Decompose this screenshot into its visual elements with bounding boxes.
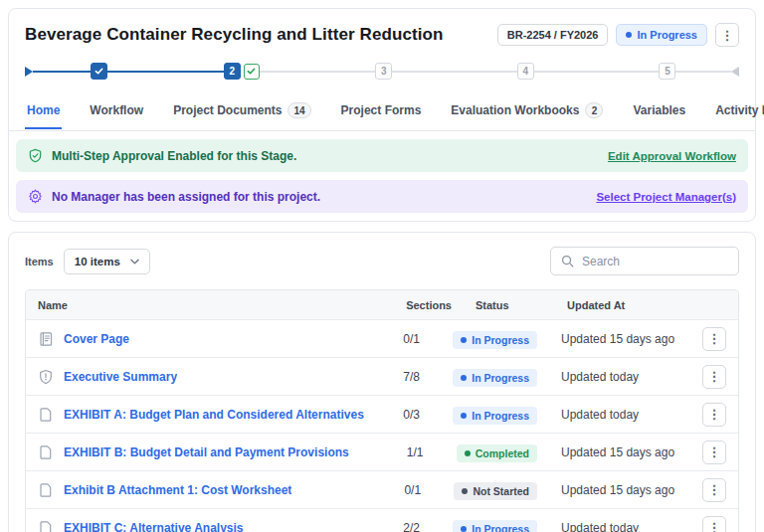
tab-variables[interactable]: Variables: [631, 94, 687, 129]
sections-value: 0/3: [391, 408, 441, 422]
project-status-badge: In Progress: [616, 24, 707, 46]
sections-value: 2/2: [391, 521, 441, 532]
document-name-link[interactable]: Cover Page: [64, 332, 129, 346]
document-icon: [38, 520, 54, 532]
tab-workflow[interactable]: Workflow: [88, 94, 145, 129]
gear-icon: [28, 189, 43, 204]
tab-project-documents[interactable]: Project Documents 14: [171, 93, 312, 130]
sections-value: 0/1: [391, 332, 441, 346]
document-name-link[interactable]: EXHIBIT A: Budget Plan and Considered Al…: [64, 408, 364, 422]
step-3[interactable]: 3: [375, 63, 392, 80]
table-row: Cover Page 0/1 In Progress Updated 15 da…: [26, 320, 738, 358]
column-header-name: Name: [26, 299, 394, 311]
table-row: EXHIBIT A: Budget Plan and Considered Al…: [26, 396, 738, 434]
status-badge: Not Started: [454, 482, 537, 500]
tab-bar: Home Workflow Project Documents 14 Proje…: [9, 93, 755, 131]
documents-table: Name Sections Status Updated At Cover Pa…: [25, 289, 739, 532]
document-icon: [38, 444, 54, 460]
document-icon: [38, 407, 54, 423]
documents-card: Items 10 items Name Sections Status: [8, 232, 756, 532]
status-badge: In Progress: [453, 331, 537, 349]
approval-banner: Multi-Step Approval Enabled for this Sta…: [16, 139, 748, 172]
header-row: Beverage Container Recycling and Litter …: [9, 9, 755, 53]
items-per-page-select[interactable]: 10 items: [64, 249, 150, 274]
step-1[interactable]: [91, 63, 107, 80]
column-header-updated: Updated At: [555, 299, 696, 311]
status-badge: In Progress: [453, 407, 537, 425]
project-header-card: Beverage Container Recycling and Litter …: [8, 8, 756, 222]
chevron-down-icon: [130, 259, 139, 265]
status-badge: In Progress: [453, 520, 537, 532]
table-row: Exhibit B Attachment 1: Cost Worksheet 0…: [26, 471, 738, 509]
tab-count-badge: 2: [585, 102, 603, 118]
sections-value: 7/8: [391, 370, 441, 384]
status-dot-icon: [461, 375, 467, 381]
stepper-start-icon: [25, 67, 33, 77]
row-kebab-menu-icon[interactable]: ⋮: [702, 403, 726, 427]
table-row: EXHIBIT B: Budget Detail and Payment Pro…: [26, 434, 738, 471]
sections-value: 0/1: [392, 483, 442, 497]
edit-approval-workflow-link[interactable]: Edit Approval Workflow: [608, 150, 736, 162]
status-dot-icon: [461, 526, 467, 532]
updated-at-value: Updated today: [549, 408, 690, 422]
sections-value: 1/1: [395, 445, 445, 459]
check-icon: [95, 67, 103, 76]
updated-at-value: Updated 15 days ago: [549, 483, 690, 497]
manager-banner: No Manager has been assigned for this pr…: [16, 180, 748, 213]
search-input[interactable]: [582, 255, 728, 268]
status-dot-icon: [465, 450, 471, 456]
document-name-link[interactable]: EXHIBIT B: Budget Detail and Payment Pro…: [64, 445, 349, 459]
items-label: Items: [25, 256, 54, 267]
updated-at-value: Updated 15 days ago: [549, 332, 690, 346]
list-controls: Items 10 items: [25, 247, 739, 275]
row-kebab-menu-icon[interactable]: ⋮: [702, 441, 726, 464]
document-icon: [38, 482, 54, 498]
status-badge: In Progress: [453, 369, 537, 387]
step-4[interactable]: 4: [517, 63, 534, 80]
status-dot-icon: [461, 413, 467, 419]
tab-count-badge: 14: [287, 102, 310, 118]
table-header-row: Name Sections Status Updated At: [26, 290, 738, 320]
row-kebab-menu-icon[interactable]: ⋮: [702, 516, 726, 532]
updated-at-value: Updated today: [549, 521, 690, 532]
row-kebab-menu-icon[interactable]: ⋮: [702, 478, 726, 502]
updated-at-value: Updated today: [549, 370, 690, 384]
updated-at-value: Updated 15 days ago: [549, 445, 690, 459]
status-dot-icon: [626, 32, 632, 38]
shield-doc-icon: [38, 369, 54, 385]
page-title: Beverage Container Recycling and Litter …: [25, 25, 444, 45]
status-dot-icon: [462, 488, 468, 494]
row-kebab-menu-icon[interactable]: ⋮: [702, 327, 726, 351]
tab-evaluation-workbooks[interactable]: Evaluation Workbooks 2: [449, 93, 605, 130]
status-label: In Progress: [637, 29, 697, 41]
table-row: Executive Summary 7/8 In Progress Update…: [26, 358, 738, 396]
project-code-badge: BR-2254 / FY2026: [497, 24, 609, 46]
search-box: [550, 247, 739, 275]
page: Beverage Container Recycling and Litter …: [0, 0, 764, 532]
tab-project-forms[interactable]: Project Forms: [339, 94, 424, 129]
header-kebab-menu-icon[interactable]: ⋮: [715, 23, 739, 47]
status-badge: Completed: [457, 444, 537, 462]
header-actions: BR-2254 / FY2026 In Progress ⋮: [497, 23, 739, 47]
column-header-status: Status: [464, 299, 555, 311]
column-header-sections: Sections: [394, 299, 464, 311]
cover-page-icon: [38, 331, 54, 347]
select-project-manager-link[interactable]: Select Project Manager(s): [596, 191, 736, 203]
step-2-approval-check-icon: [244, 64, 260, 80]
tab-activity-log[interactable]: Activity Log: [713, 94, 764, 129]
approval-banner-message: Multi-Step Approval Enabled for this Sta…: [52, 149, 296, 163]
shield-check-icon: [28, 148, 43, 163]
step-2[interactable]: 2: [224, 63, 241, 80]
manager-banner-message: No Manager has been assigned for this pr…: [52, 190, 320, 204]
search-icon: [561, 255, 574, 267]
stepper-end-icon: [731, 67, 739, 77]
document-name-link[interactable]: EXHIBIT C: Alternative Analysis: [64, 521, 244, 532]
stage-stepper: 2 3 4 5: [9, 53, 755, 93]
document-name-link[interactable]: Exhibit B Attachment 1: Cost Worksheet: [64, 483, 291, 497]
step-5[interactable]: 5: [659, 63, 675, 80]
document-name-link[interactable]: Executive Summary: [64, 370, 177, 384]
row-kebab-menu-icon[interactable]: ⋮: [702, 365, 726, 389]
status-dot-icon: [461, 337, 467, 343]
table-row: EXHIBIT C: Alternative Analysis 2/2 In P…: [26, 509, 738, 532]
tab-home[interactable]: Home: [25, 94, 62, 129]
